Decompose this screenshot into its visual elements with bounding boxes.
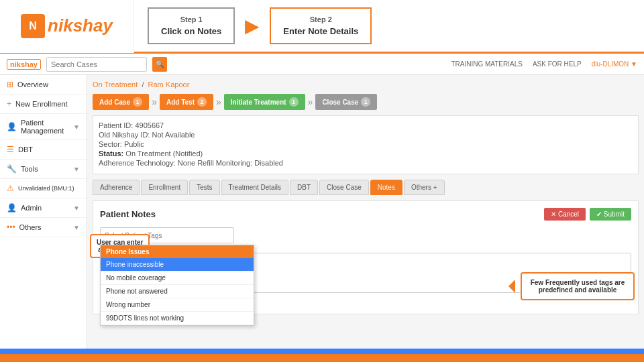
step1-label: Step 1 <box>161 15 221 23</box>
workflow-bar: Add Case 1 » Add Test 2 » Initiate Treat… <box>93 94 639 110</box>
training-link[interactable]: TRAINING MATERIALS <box>451 60 523 68</box>
step-arrow: ▶ <box>245 17 260 36</box>
notes-title: Patient Notes <box>100 209 156 219</box>
dropdown-menu: Phone Issues Phone inaccessible No mobil… <box>100 245 254 326</box>
page-container: N nikshay Step 1 Click on Notes ▶ Step 2… <box>0 0 644 362</box>
sidebar-label-tools: Tools <box>21 165 38 173</box>
submit-button[interactable]: ✔ Submit <box>590 208 631 221</box>
step2-content: Enter Note Details <box>283 26 358 36</box>
patient-status: Status: On Treatment (Notified) <box>99 149 633 158</box>
tab-tests[interactable]: Tests <box>189 180 219 195</box>
right-annotation: Few Frequently used tags are predefined … <box>521 272 635 300</box>
tab-others[interactable]: Others + <box>404 180 445 195</box>
notes-section: Patient Notes ✕ Cancel ✔ Submit Phone Is… <box>93 200 639 314</box>
initiate-treatment-button[interactable]: Initiate Treatment 1 <box>224 94 305 110</box>
tab-notes[interactable]: Notes <box>370 180 402 195</box>
initiate-badge: 1 <box>289 97 299 107</box>
patient-icon: 👤 <box>7 122 17 131</box>
sidebar-item-unvalidated[interactable]: ⚠ Unvalidated (BMU:1) <box>0 179 87 198</box>
step1-box: Step 1 Click on Notes <box>148 7 235 44</box>
notes-actions: ✕ Cancel ✔ Submit <box>544 208 631 221</box>
right-annotation-pointer <box>508 280 515 293</box>
sidebar-item-enrollment[interactable]: + New Enrollment <box>0 95 87 114</box>
sidebar-item-overview[interactable]: ⊞ Overview <box>0 75 87 95</box>
tab-close-case[interactable]: Close Case <box>319 180 369 195</box>
tab-treatment-details[interactable]: Treatment Details <box>221 180 289 195</box>
add-test-button[interactable]: Add Test 2 <box>160 94 213 110</box>
patient-arrow: ▼ <box>73 123 80 131</box>
breadcrumb: On Treatment / Ram Kapoor <box>93 80 639 88</box>
logo-block: N nikshay <box>0 0 134 53</box>
inner-app: nikshay 🔍 TRAINING MATERIALS ASK FOR HEL… <box>0 54 644 362</box>
close-badge: 1 <box>361 97 370 107</box>
sidebar-item-dbt[interactable]: ☰ DBT <box>0 140 87 160</box>
close-case-button[interactable]: Close Case 1 <box>315 94 377 110</box>
add-case-button[interactable]: Add Case 1 <box>93 94 149 110</box>
steps-block: Step 1 Click on Notes ▶ Step 2 Enter Not… <box>134 1 644 51</box>
cancel-button[interactable]: ✕ Cancel <box>544 208 586 221</box>
sidebar-label-overview: Overview <box>17 80 48 88</box>
dropdown-item-1[interactable]: No mobile coverage <box>101 272 254 285</box>
dropdown-item-4[interactable]: 99DOTS lines not working <box>101 312 254 325</box>
unvalidated-icon: ⚠ <box>7 184 14 193</box>
sidebar-item-admin[interactable]: 👤 Admin ▼ <box>0 198 87 218</box>
patient-adherence: Adherence Technology: None Refill Monito… <box>99 159 633 167</box>
search-button[interactable]: 🔍 <box>152 57 167 72</box>
top-section: N nikshay Step 1 Click on Notes ▶ Step 2… <box>0 0 644 54</box>
dropdown-item-0[interactable]: Phone inaccessible <box>101 258 254 272</box>
sidebar-label-others: Others <box>19 223 42 231</box>
bottom-bar-blue <box>0 349 644 354</box>
logo-text: nikshay <box>48 15 113 36</box>
admin-icon: 👤 <box>7 203 17 213</box>
breadcrumb-on-treatment[interactable]: On Treatment <box>93 80 138 88</box>
help-link[interactable]: ASK FOR HELP <box>533 60 582 68</box>
app-layout: ⊞ Overview + New Enrollment 👤 Patient Ma… <box>0 75 644 362</box>
enrollment-icon: + <box>7 99 11 109</box>
app-logo: nikshay <box>7 59 41 70</box>
tab-adherence[interactable]: Adherence <box>93 180 140 195</box>
step2-label: Step 2 <box>283 15 358 23</box>
overview-icon: ⊞ <box>7 80 13 89</box>
logo-icon: N <box>21 14 45 38</box>
patient-id: Patient ID: 4905667 <box>99 121 633 129</box>
step1-content: Click on Notes <box>161 26 221 36</box>
sidebar-label-enrollment: New Enrollment <box>15 100 68 108</box>
tab-enrollment[interactable]: Enrollment <box>141 180 188 195</box>
others-icon: ••• <box>7 223 15 232</box>
sidebar-item-others[interactable]: ••• Others ▼ <box>0 218 87 237</box>
others-arrow: ▼ <box>73 224 80 231</box>
tools-icon: 🔧 <box>7 164 17 174</box>
patient-sector: Sector: Public <box>99 140 633 148</box>
app-header-right: TRAINING MATERIALS ASK FOR HELP dlu-DLIM… <box>451 60 637 68</box>
content-area: On Treatment / Ram Kapoor Add Case 1 » A… <box>87 75 644 362</box>
tools-arrow: ▼ <box>73 166 80 173</box>
notes-header: Patient Notes ✕ Cancel ✔ Submit <box>100 208 631 221</box>
sidebar-label-dbt: DBT <box>18 145 33 154</box>
step2-box: Step 2 Enter Note Details <box>270 7 372 44</box>
wf-arrow-1: » <box>152 97 157 107</box>
sidebar-item-patient[interactable]: 👤 Patient Management ▼ <box>0 114 87 140</box>
tab-dbt[interactable]: DBT <box>290 180 318 195</box>
wf-arrow-2: » <box>216 97 221 107</box>
sidebar-label-unvalidated: Unvalidated (BMU:1) <box>18 185 74 192</box>
admin-arrow: ▼ <box>73 204 80 212</box>
sidebar: ⊞ Overview + New Enrollment 👤 Patient Ma… <box>0 75 87 362</box>
sidebar-label-patient: Patient Management <box>21 119 69 135</box>
search-input[interactable] <box>46 57 147 72</box>
app-header: nikshay 🔍 TRAINING MATERIALS ASK FOR HEL… <box>0 54 644 75</box>
tabs-bar: Adherence Enrollment Tests Treatment Det… <box>93 180 639 195</box>
right-annotation-box: Few Frequently used tags are predefined … <box>521 272 635 300</box>
bottom-bar <box>0 354 644 362</box>
breadcrumb-patient-name[interactable]: Ram Kapoor <box>148 80 190 88</box>
patient-info: Patient ID: 4905667 Old Nikshay ID: Not … <box>93 115 639 174</box>
user-menu[interactable]: dlu-DLIMON ▼ <box>592 60 637 68</box>
dropdown-item-2[interactable]: Phone not answered <box>101 285 254 298</box>
wf-arrow-3: » <box>308 97 313 107</box>
dbt-icon: ☰ <box>7 145 14 154</box>
sidebar-item-tools[interactable]: 🔧 Tools ▼ <box>0 160 87 179</box>
add-case-badge: 1 <box>133 97 142 107</box>
right-annotation-text: Few Frequently used tags are predefined … <box>531 279 625 294</box>
dropdown-item-3[interactable]: Wrong number <box>101 298 254 312</box>
sidebar-label-admin: Admin <box>21 204 42 212</box>
dropdown-group-header: Phone Issues <box>101 245 254 258</box>
